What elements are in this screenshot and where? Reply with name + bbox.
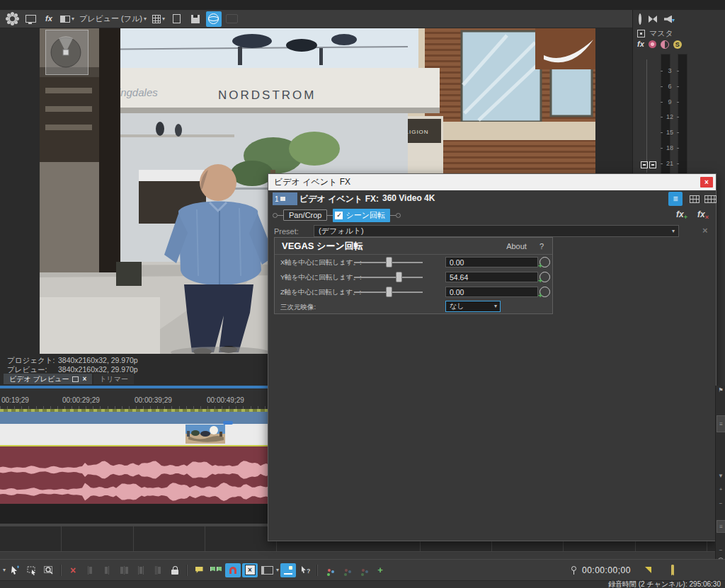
chevron-down-icon: ▾ <box>494 304 500 309</box>
zoom-out-time-icon[interactable]: − <box>717 547 725 554</box>
lock-envelopes-button[interactable] <box>280 563 296 577</box>
marker-flag-icon[interactable]: ⚑ <box>717 387 725 394</box>
grid-view-button[interactable] <box>687 192 702 206</box>
vscroll-thumb2[interactable]: ≡ <box>717 520 725 533</box>
param-z-value-field[interactable]: 0.00 <box>445 287 538 297</box>
marker-triangle-icon[interactable] <box>645 567 651 573</box>
ungroup-events-button[interactable] <box>338 563 354 577</box>
fx-icon[interactable]: fx <box>637 40 644 48</box>
ripple-dropdown-caret[interactable]: ▾ <box>276 567 279 573</box>
auto-ripple-button[interactable] <box>259 563 275 577</box>
toolbar-separator <box>186 565 188 576</box>
scroll-down-icon[interactable]: ▼ <box>717 473 725 480</box>
animate-clock-icon[interactable]: + <box>540 272 550 282</box>
preview-settings-button[interactable] <box>4 11 20 27</box>
param-z-slider[interactable] <box>354 287 423 297</box>
fx-chain-row: Pan/Crop ✓ シーン回転 fx+ fx× <box>268 207 716 223</box>
help-link[interactable]: ? <box>540 242 544 250</box>
mixer-settings-button[interactable] <box>639 15 641 23</box>
timeline-vscrollbar[interactable]: ⚑ ≡ ▼ + − ≡ − <box>715 386 725 559</box>
plugin-enabled-checkbox[interactable]: ✓ <box>335 212 343 219</box>
event-keyframe-marker[interactable] <box>223 421 233 425</box>
normal-edit-tool-button[interactable] <box>7 563 23 577</box>
enable-snapping-button[interactable] <box>225 563 241 577</box>
insert-keyframe-button[interactable]: + <box>372 563 388 577</box>
insert-bus-button[interactable] <box>649 16 657 23</box>
slider-thumb[interactable] <box>386 257 392 267</box>
zoom-out-track-icon[interactable]: − <box>717 500 725 507</box>
slider-thumb[interactable] <box>396 272 402 282</box>
split-trim-end-button[interactable] <box>150 563 166 577</box>
master-fader-track[interactable] <box>646 59 647 173</box>
hdr-preview-button[interactable] <box>224 11 240 27</box>
insert-region-button[interactable] <box>208 563 224 577</box>
trim-start-button[interactable] <box>82 563 98 577</box>
animate-clock-icon[interactable]: + <box>540 287 550 297</box>
copy-snapshot-button[interactable] <box>169 11 185 27</box>
ignore-event-grouping-button[interactable]: ? <box>297 563 313 577</box>
video-output-fx-button[interactable]: fx <box>41 11 57 27</box>
param-y-label: Y軸を中心に回転します。: <box>280 273 362 282</box>
stereo-label: 三次元映像: <box>280 303 316 312</box>
master-bus-header[interactable]: マスタ <box>633 28 725 39</box>
about-link[interactable]: About <box>506 242 527 250</box>
quantize-to-frames-button[interactable]: × <box>242 563 258 577</box>
zoom-in-track-icon[interactable]: + <box>717 486 725 493</box>
pan-crop-button[interactable]: Pan/Crop <box>283 209 327 221</box>
add-fx-button[interactable]: fx+ <box>676 209 687 221</box>
solo-badge-icon[interactable]: S <box>673 40 682 49</box>
insert-command-marker-button[interactable] <box>191 563 207 577</box>
360-view-toggle-button[interactable] <box>206 11 222 27</box>
save-snapshot-button[interactable] <box>188 11 203 27</box>
external-monitor-button[interactable] <box>23 11 38 27</box>
close-icon[interactable]: × <box>82 376 86 383</box>
tools-dropdown-caret[interactable]: ▾ <box>3 567 6 573</box>
window-top-strip <box>0 0 725 10</box>
tab-video-preview[interactable]: ビデオ プレビュー × <box>4 374 92 384</box>
stereo-dropdown[interactable]: なし ▾ <box>445 301 501 312</box>
preset-dropdown[interactable]: (デフォルト) ▾ <box>314 225 679 237</box>
vscroll-thumb[interactable]: ≡ <box>717 415 725 432</box>
animate-clock-icon[interactable]: + <box>540 257 550 267</box>
split-trim-start-button[interactable] <box>133 563 149 577</box>
tab-trimmer-label: トリマー <box>99 374 128 384</box>
param-x-value-field[interactable]: 0.00 <box>445 257 538 267</box>
param-x-slider[interactable] <box>354 257 423 267</box>
lock-event-button[interactable] <box>167 563 183 577</box>
plugin-chain-view-button[interactable]: ≡ <box>668 192 683 206</box>
360-rotation-overlay-control[interactable] <box>45 30 89 75</box>
param-z-label: Z軸を中心に回転します。: <box>280 288 361 297</box>
dialog-close-button[interactable]: × <box>700 177 713 188</box>
fx-plugin-icon[interactable] <box>649 40 656 48</box>
zoom-edit-tool-button[interactable] <box>41 563 57 577</box>
group-events-button[interactable] <box>321 563 337 577</box>
scene-rotation-plugin-chip[interactable]: ✓ シーン回転 <box>333 209 390 222</box>
meter-display-icon[interactable] <box>641 161 656 168</box>
trim-adjacent-button[interactable] <box>116 563 132 577</box>
param-y-value-field[interactable]: 54.64 <box>445 272 538 282</box>
record-time-label: 録音時間 (2 チャンネル): 295:06:30 <box>608 580 721 588</box>
delete-button[interactable]: × <box>65 563 81 577</box>
dialog-titlebar[interactable]: ビデオ イベント FX × <box>268 174 716 190</box>
param-y-slider[interactable] <box>354 272 423 282</box>
pan-icon[interactable] <box>661 40 669 49</box>
preview-quality-dropdown[interactable]: プレビュー (フル)▾ <box>78 11 148 27</box>
trim-end-button[interactable] <box>99 563 115 577</box>
split-screen-view-button[interactable]: ▾ <box>59 11 75 27</box>
delete-preset-button[interactable]: × <box>702 225 708 236</box>
stereo-value: なし <box>450 301 464 311</box>
remove-fx-button[interactable]: fx× <box>697 209 709 221</box>
cursor-time-display[interactable]: 00:00:00;00 <box>582 565 631 575</box>
cursor-question-icon: ? <box>300 565 310 575</box>
overlays-grid-button[interactable]: ▾ <box>151 11 166 27</box>
loop-region-button[interactable] <box>671 566 674 575</box>
large-grid-view-button[interactable] <box>703 192 717 206</box>
ripple-icon <box>261 566 273 575</box>
selection-edit-tool-button[interactable] <box>24 563 40 577</box>
float-window-icon[interactable] <box>72 376 79 382</box>
clear-group-button[interactable] <box>355 563 371 577</box>
audio-device-button[interactable]: ▾ <box>664 16 675 23</box>
slider-thumb[interactable] <box>386 287 392 297</box>
meter-tick: 3 <box>662 67 678 74</box>
tab-trimmer[interactable]: トリマー <box>93 374 134 384</box>
